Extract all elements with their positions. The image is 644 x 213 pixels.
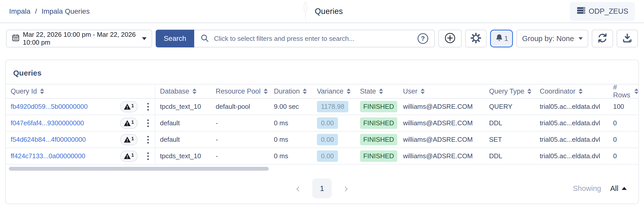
add-filter-button[interactable] bbox=[438, 30, 462, 47]
app-header: Impala / Impala Queries Queries ODP_ZEUS bbox=[0, 0, 644, 23]
resource-pool-cell: - bbox=[211, 115, 270, 131]
sort-icon bbox=[379, 88, 383, 94]
table-header-row: Query Id Database Resource Pool Duration… bbox=[6, 84, 638, 99]
group-by-dropdown[interactable]: Group by: None bbox=[516, 30, 588, 47]
query-type-cell: QUERY bbox=[485, 99, 535, 115]
resource-pool-cell: default-pool bbox=[211, 99, 270, 115]
table-row: f54d624b84...4f00000000 1 default - 0 ms… bbox=[6, 132, 638, 148]
duration-cell: 0 ms bbox=[269, 115, 312, 131]
warning-badge[interactable]: 1 bbox=[120, 118, 138, 129]
breadcrumb-impala[interactable]: Impala bbox=[9, 7, 30, 15]
column-header-state[interactable]: State bbox=[355, 84, 399, 98]
scrollbar-thumb[interactable] bbox=[9, 167, 269, 171]
date-range-value: Mar 22, 2026 10:00 pm - Mar 22, 2026 10:… bbox=[23, 31, 136, 46]
warning-triangle-icon bbox=[123, 152, 131, 160]
variance-badge: 0.00 bbox=[317, 134, 338, 145]
search-button[interactable]: Search bbox=[156, 30, 194, 47]
search-icon bbox=[200, 34, 209, 43]
refresh-icon bbox=[597, 33, 608, 44]
chevron-down-icon bbox=[142, 37, 147, 40]
plus-circle-icon bbox=[444, 32, 456, 45]
warning-count: 1 bbox=[131, 120, 134, 125]
refresh-button[interactable] bbox=[592, 30, 613, 47]
cluster-selector[interactable]: ODP_ZEUS bbox=[570, 2, 635, 21]
column-header-database[interactable]: Database bbox=[155, 84, 211, 98]
filter-input[interactable] bbox=[213, 34, 413, 43]
num-rows-cell: 0 bbox=[609, 115, 638, 131]
pagination: ‹ 1 › Showing All bbox=[6, 173, 638, 204]
warning-triangle-icon bbox=[123, 136, 131, 144]
sort-icon bbox=[192, 88, 196, 94]
server-rack-icon bbox=[577, 6, 586, 17]
query-id-link[interactable]: f54d624b84...4f00000000 bbox=[11, 136, 120, 144]
column-header-coordinator[interactable]: Coordinator bbox=[535, 84, 609, 98]
coordinator-cell: trial05.ac...eldata.dvl bbox=[535, 115, 609, 131]
warning-badge[interactable]: 1 bbox=[120, 101, 138, 112]
query-id-cell: f54d624b84...4f00000000 1 bbox=[6, 132, 155, 148]
column-header-resource-pool[interactable]: Resource Pool bbox=[211, 84, 270, 98]
sort-icon bbox=[421, 88, 425, 94]
column-header-variance[interactable]: Variance bbox=[312, 84, 355, 98]
database-cell: default bbox=[155, 115, 211, 131]
page-size-dropdown[interactable]: All bbox=[610, 184, 627, 193]
toolbar: Mar 22, 2026 10:00 pm - Mar 22, 2026 10:… bbox=[6, 30, 638, 47]
gear-icon bbox=[470, 32, 482, 45]
row-actions-menu[interactable] bbox=[145, 150, 151, 162]
warning-count: 1 bbox=[131, 153, 134, 158]
chevron-down-icon bbox=[579, 37, 583, 40]
coordinator-cell: trial05.ac...eldata.dvl bbox=[535, 148, 609, 164]
warning-triangle-icon bbox=[123, 103, 131, 111]
breadcrumb-impala-queries[interactable]: Impala Queries bbox=[42, 7, 90, 15]
query-id-cell: f047e6faf4...9300000000 1 bbox=[6, 115, 155, 131]
query-id-link[interactable]: fb4920d059...5b00000000 bbox=[11, 103, 120, 111]
breadcrumb-separator: / bbox=[35, 7, 37, 15]
row-actions-menu[interactable] bbox=[145, 134, 151, 146]
column-label: Variance bbox=[317, 87, 344, 95]
variance-cell: 0.00 bbox=[312, 132, 355, 148]
column-header-duration[interactable]: Duration bbox=[269, 84, 312, 98]
settings-button[interactable] bbox=[465, 30, 487, 47]
column-header-num-rows[interactable]: # Rows bbox=[609, 84, 638, 98]
date-range-picker[interactable]: Mar 22, 2026 10:00 pm - Mar 22, 2026 10:… bbox=[6, 30, 152, 47]
next-page-button[interactable]: › bbox=[342, 183, 350, 194]
row-actions-menu[interactable] bbox=[145, 101, 151, 113]
chevron-up-icon bbox=[622, 187, 627, 190]
download-button[interactable] bbox=[617, 30, 638, 47]
table-row: ff424c7133...0a00000000 1 tpcds_text_10 … bbox=[6, 148, 638, 165]
state-badge: FINISHED bbox=[360, 117, 397, 129]
user-cell: williams@ADSRE.COM bbox=[399, 99, 485, 115]
column-header-query-type[interactable]: Query Type bbox=[485, 84, 535, 98]
query-type-cell: DDL bbox=[485, 115, 535, 131]
state-cell: FINISHED bbox=[355, 99, 399, 115]
column-label: Resource Pool bbox=[216, 87, 261, 95]
notifications-button[interactable]: 1 bbox=[490, 30, 513, 47]
page-number[interactable]: 1 bbox=[312, 179, 332, 198]
row-actions-menu[interactable] bbox=[145, 117, 151, 129]
warning-count: 1 bbox=[131, 136, 134, 141]
horizontal-scrollbar bbox=[6, 165, 638, 173]
table-row: f047e6faf4...9300000000 1 default - 0 ms… bbox=[6, 115, 638, 132]
column-label: Duration bbox=[274, 87, 300, 95]
num-rows-cell: 0 bbox=[609, 148, 638, 164]
column-header-query-id[interactable]: Query Id bbox=[6, 84, 155, 98]
query-id-link[interactable]: f047e6faf4...9300000000 bbox=[11, 119, 120, 127]
warning-badge[interactable]: 1 bbox=[120, 151, 138, 162]
database-cell: tpcds_text_10 bbox=[155, 148, 211, 164]
panel-title: Queries bbox=[6, 60, 638, 84]
notification-count-badge: 1 bbox=[504, 35, 508, 43]
query-id-link[interactable]: ff424c7133...0a00000000 bbox=[11, 152, 120, 160]
page-size-value: All bbox=[610, 184, 618, 193]
showing-label: Showing bbox=[573, 184, 601, 193]
variance-cell: 0.00 bbox=[312, 148, 355, 164]
duration-cell: 9.00 sec bbox=[269, 99, 312, 115]
prev-page-button[interactable]: ‹ bbox=[294, 183, 302, 194]
database-cell: tpcds_text_10 bbox=[155, 99, 211, 115]
duration-cell: 0 ms bbox=[269, 148, 312, 164]
column-header-user[interactable]: User bbox=[399, 84, 485, 98]
query-id-cell: ff424c7133...0a00000000 1 bbox=[6, 148, 155, 164]
column-label: # Rows bbox=[613, 83, 631, 99]
sort-icon bbox=[634, 88, 638, 94]
warning-badge[interactable]: 1 bbox=[120, 134, 138, 145]
user-cell: williams@ADSRE.COM bbox=[399, 132, 485, 148]
help-icon[interactable]: ? bbox=[418, 33, 428, 44]
